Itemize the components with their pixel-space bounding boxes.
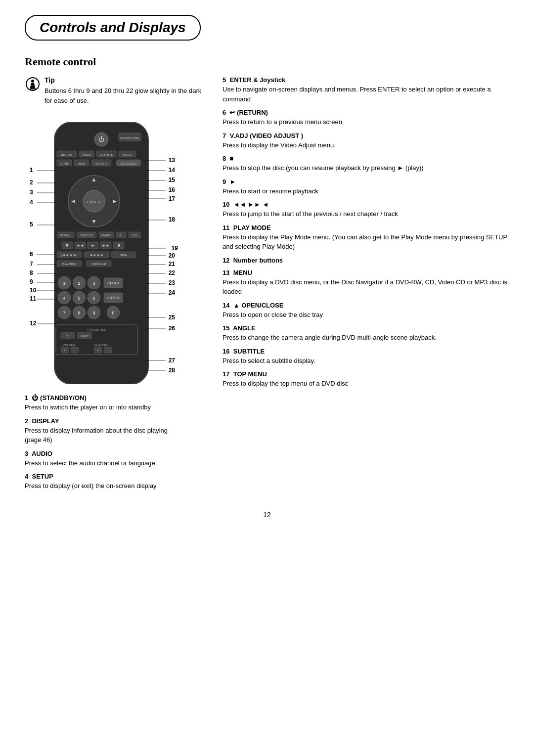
callout-lines [25, 112, 178, 389]
page-title: Controls and Displays [40, 20, 186, 36]
desc-text-4: Press to display (or exit) the on-screen… [25, 481, 178, 491]
desc-title-8: 8 ■ [222, 155, 509, 162]
desc-title-14: 14 ▲ OPEN/CLOSE [222, 302, 509, 309]
header-title-box: Controls and Displays [25, 15, 201, 41]
desc-item-16: 16 SUBTITLE Press to select a subtitle d… [222, 348, 509, 366]
tip-icon [25, 76, 41, 92]
right-column: 5 ENTER & Joystick Use to navigate on-sc… [222, 76, 509, 496]
svg-point-1 [31, 80, 34, 83]
desc-text-3: Press to select the audio channel or lan… [25, 458, 178, 468]
desc-item-8: 8 ■ Press to stop the disc (you can resu… [222, 155, 509, 173]
desc-item-13: 13 MENU Press to display a DVD disc menu… [222, 269, 509, 297]
tip-label: Tip [44, 76, 208, 84]
desc-text-7: Press to display the Video Adjust menu. [222, 140, 509, 150]
bottom-descriptions-left: 1 ⏻ (STANDBY/ON) Press to switch the pla… [25, 394, 178, 491]
desc-text-11: Press to display the Play Mode menu. (Yo… [222, 232, 509, 252]
desc-item-9: 9 ► Press to start or resume playback [222, 178, 509, 196]
desc-title-2: 2 DISPLAY [25, 417, 178, 425]
desc-title-12: 12 Number buttons [222, 257, 509, 264]
desc-title-16: 16 SUBTITLE [222, 348, 509, 355]
desc-title-4: 4 SETUP [25, 473, 178, 480]
page-number: 12 [25, 511, 509, 519]
desc-item-6: 6 ↩ (RETURN) Press to return to a previo… [222, 109, 509, 127]
desc-item-15: 15 ANGLE Press to change the camera angl… [222, 324, 509, 343]
desc-title-15: 15 ANGLE [222, 324, 509, 332]
desc-item-11: 11 PLAY MODE Press to display the Play M… [222, 224, 509, 252]
desc-text-14: Press to open or close the disc tray [222, 310, 509, 320]
desc-title-11: 11 PLAY MODE [222, 224, 509, 231]
desc-title-17: 17 TOP MENU [222, 370, 509, 378]
desc-title-6: 6 ↩ (RETURN) [222, 109, 509, 116]
desc-item-5: 5 ENTER & Joystick Use to navigate on-sc… [222, 76, 509, 104]
desc-text-2: Press to display information about the d… [25, 426, 178, 445]
desc-title-7: 7 V.ADJ (VIDEO ADJUST ) [222, 132, 509, 139]
desc-text-5: Use to navigate on-screen displays and m… [222, 85, 509, 104]
remote-diagram: 1 2 3 4 5 6 7 8 9 10 11 12 13 14 15 16 [25, 112, 178, 491]
desc-text-15: Press to change the camera angle during … [222, 333, 509, 343]
desc-title-1: 1 ⏻ (STANDBY/ON) [25, 394, 178, 401]
section-title: Remote control [25, 55, 509, 68]
desc-title-3: 3 AUDIO [25, 450, 178, 457]
desc-text-8: Press to stop the disc (you can resume p… [222, 163, 509, 173]
desc-text-13: Press to display a DVD disc menu, or the… [222, 277, 509, 297]
desc-item-2: 2 DISPLAY Press to display information a… [25, 417, 178, 445]
tip-text: Buttons 6 thru 9 and 20 thru 22 glow sli… [44, 86, 208, 105]
desc-item-17: 17 TOP MENU Press to display the top men… [222, 370, 509, 389]
desc-item-7: 7 V.ADJ (VIDEO ADJUST ) Press to display… [222, 132, 509, 150]
desc-text-1: Press to switch the player on or into st… [25, 402, 178, 412]
desc-item-10: 10 ◄◄ ►► ◄ Press to jump to the start of… [222, 201, 509, 219]
desc-text-9: Press to start or resume playback [222, 186, 509, 196]
desc-title-13: 13 MENU [222, 269, 509, 276]
desc-text-17: Press to display the top menu of a DVD d… [222, 379, 509, 389]
desc-text-6: Press to return to a previous menu scree… [222, 117, 509, 127]
desc-item-4: 4 SETUP Press to display (or exit) the o… [25, 473, 178, 491]
desc-title-10: 10 ◄◄ ►► ◄ [222, 201, 509, 208]
desc-item-1: 1 ⏻ (STANDBY/ON) Press to switch the pla… [25, 394, 178, 412]
desc-title-5: 5 ENTER & Joystick [222, 76, 509, 84]
tip-box: Tip Buttons 6 thru 9 and 20 thru 22 glow… [25, 76, 208, 105]
left-column: Tip Buttons 6 thru 9 and 20 thru 22 glow… [25, 76, 208, 496]
desc-item-12: 12 Number buttons [222, 257, 509, 264]
tip-content: Tip Buttons 6 thru 9 and 20 thru 22 glow… [44, 76, 208, 105]
desc-item-3: 3 AUDIO Press to select the audio channe… [25, 450, 178, 468]
desc-item-14: 14 ▲ OPEN/CLOSE Press to open or close t… [222, 302, 509, 320]
desc-text-10: Press to jump to the start of the previo… [222, 209, 509, 219]
desc-text-16: Press to select a subtitle display. [222, 356, 509, 366]
desc-title-9: 9 ► [222, 178, 509, 185]
